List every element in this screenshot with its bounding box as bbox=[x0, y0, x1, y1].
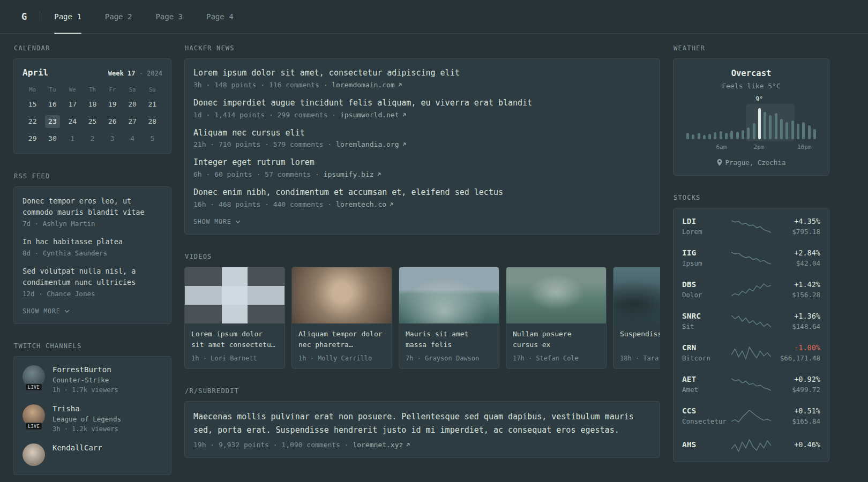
subreddit-post-domain-link[interactable]: loremnet.xyz bbox=[353, 441, 410, 449]
stock-name: Consectetur bbox=[682, 417, 731, 425]
weather-current-temp: 9° bbox=[755, 95, 763, 103]
stocks-card: LDILorem+4.35%$795.18IIGIpsum+2.84%$42.0… bbox=[673, 208, 829, 462]
hn-item-title[interactable]: Lorem ipsum dolor sit amet, consectetur … bbox=[193, 67, 651, 79]
stock-price: $42.04 bbox=[771, 259, 820, 267]
weather-bar bbox=[758, 108, 761, 139]
stock-price: $156.28 bbox=[771, 291, 820, 299]
calendar-day: 20 bbox=[125, 98, 140, 111]
hn-item-domain-link[interactable]: loremdomain.com bbox=[332, 81, 402, 89]
rss-show-more-button[interactable]: SHOW MORE bbox=[23, 307, 70, 315]
stock-row[interactable]: SNRCSit+1.36%$148.64 bbox=[682, 312, 820, 330]
stock-sparkline bbox=[731, 282, 771, 297]
tab-page-4[interactable]: Page 4 bbox=[206, 0, 234, 33]
video-meta: 17h · Stefan Cole bbox=[513, 355, 600, 362]
stock-row[interactable]: AETAmet+0.92%$499.72 bbox=[682, 375, 820, 394]
weather-time-labels: 6am 2pm 10pm bbox=[686, 144, 816, 151]
avatar: LIVE bbox=[23, 404, 45, 427]
rss-widget: RSS FEED Donec tempor eros leo, ut commo… bbox=[13, 172, 171, 324]
stock-row[interactable]: LDILorem+4.35%$795.18 bbox=[682, 217, 820, 236]
hn-item-meta: 1d · 1,414 points · 299 comments · ipsum… bbox=[193, 111, 651, 119]
stock-change: +0.92% bbox=[771, 375, 820, 383]
hn-item-meta: 3h · 148 points · 116 comments · loremdo… bbox=[193, 81, 651, 89]
external-link-icon bbox=[377, 172, 381, 177]
external-link-icon bbox=[402, 142, 407, 147]
video-card[interactable]: Nullam posuere cursus ex 17h · Stefan Co… bbox=[506, 267, 607, 369]
video-card[interactable]: Lorem ipsum dolor sit amet consectetu… 1… bbox=[184, 267, 285, 369]
tab-page-1[interactable]: Page 1 bbox=[54, 0, 81, 33]
calendar-day: 21 bbox=[145, 98, 160, 111]
hn-item: Donec imperdiet augue tincidunt felis al… bbox=[193, 97, 651, 119]
stock-ticker: CCS bbox=[682, 406, 731, 415]
hn-item-domain-link[interactable]: loremlandia.org bbox=[336, 140, 406, 148]
subreddit-card: Maecenas mollis pulvinar erat non posuer… bbox=[184, 401, 660, 458]
rss-card: Donec tempor eros leo, ut commodo mauris… bbox=[13, 186, 171, 324]
weather-time-label: 6am bbox=[716, 144, 727, 150]
hn-item-title[interactable]: Donec imperdiet augue tincidunt felis al… bbox=[193, 97, 651, 109]
twitch-channel-row[interactable]: LIVE ForrestBurton Counter-Strike 1h · 1… bbox=[23, 365, 162, 394]
weather-bar bbox=[742, 130, 744, 139]
videos-widget: VIDEOS Lorem ipsum dolor sit amet consec… bbox=[184, 253, 660, 369]
hn-item-title[interactable]: Integer eget rutrum lorem bbox=[193, 157, 651, 169]
tab-page-2[interactable]: Page 2 bbox=[105, 0, 132, 33]
hn-item-meta: 6h · 60 points · 57 comments · ipsumify.… bbox=[193, 170, 651, 178]
rss-item-title[interactable]: Donec tempor eros leo, ut commodo mauris… bbox=[23, 195, 162, 218]
videos-widget-header: VIDEOS bbox=[185, 253, 660, 260]
video-title: Lorem ipsum dolor sit amet consectetu… bbox=[191, 329, 278, 350]
video-meta: 7h · Grayson Dawson bbox=[406, 355, 492, 362]
stock-name: Sit bbox=[682, 322, 731, 330]
calendar-day: 19 bbox=[105, 98, 120, 111]
weather-bar bbox=[747, 127, 750, 139]
hn-show-more-button[interactable]: SHOW MORE bbox=[193, 218, 241, 225]
show-more-label: SHOW MORE bbox=[23, 307, 61, 315]
hn-item-stats: 21h · 710 points · 579 comments · bbox=[193, 140, 336, 148]
subreddit-post-stats: 19h · 9,932 points · 1,090 comments · bbox=[193, 441, 353, 449]
rss-widget-header: RSS FEED bbox=[14, 172, 171, 180]
video-card[interactable]: Suspendisse diam 18h · Tara bbox=[613, 267, 660, 369]
stock-row[interactable]: DBSDolor+1.42%$156.28 bbox=[682, 280, 820, 299]
video-card[interactable]: Aliquam tempor dolor nec pharetra… 1h · … bbox=[291, 267, 392, 369]
weather-bar bbox=[720, 131, 722, 139]
stock-row[interactable]: CCSConsectetur+0.51%$165.84 bbox=[682, 406, 820, 425]
twitch-channel-meta: 1h · 1.7k viewers bbox=[53, 386, 118, 394]
hn-item-domain-link[interactable]: loremtech.co bbox=[336, 200, 394, 208]
rss-item-title[interactable]: Sed volutpat nulla nisl, a condimentum n… bbox=[23, 266, 162, 288]
rss-item: In hac habitasse platea 8d · Cynthia Sau… bbox=[23, 236, 162, 257]
tab-page-3[interactable]: Page 3 bbox=[155, 0, 183, 33]
stock-ticker: CRN bbox=[682, 343, 731, 352]
twitch-channel-row[interactable]: LIVE Trisha League of Legends 3h · 1.2k … bbox=[23, 404, 162, 433]
stock-row[interactable]: CRNBitcorn-1.00%$66,171.48 bbox=[682, 343, 820, 362]
weather-bar bbox=[808, 125, 811, 139]
hn-item-title[interactable]: Donec enim nibh, condimentum et accumsan… bbox=[193, 187, 651, 199]
calendar-year: 2024 bbox=[147, 70, 162, 77]
subreddit-post-title[interactable]: Maecenas mollis pulvinar erat non posuer… bbox=[193, 410, 651, 437]
left-column: CALENDAR April Week 17 · 2024 Mo Tu We T… bbox=[13, 44, 171, 482]
weather-location: Prague, Czechia bbox=[683, 159, 819, 167]
stock-ticker: DBS bbox=[682, 280, 731, 289]
twitch-channel-meta: 3h · 1.2k viewers bbox=[53, 425, 121, 433]
video-card[interactable]: Mauris sit amet massa felis 7h · Grayson… bbox=[399, 267, 499, 369]
hn-item-domain-link[interactable]: ipsumify.biz bbox=[324, 170, 381, 178]
stock-row[interactable]: AHS+0.46% bbox=[682, 438, 820, 453]
rss-item-meta: 8d · Cynthia Saunders bbox=[23, 249, 162, 257]
hn-item-title[interactable]: Aliquam nec cursus elit bbox=[193, 127, 651, 139]
subreddit-widget: /R/SUBREDDIT Maecenas mollis pulvinar er… bbox=[184, 387, 660, 458]
topbar: G Page 1 Page 2 Page 3 Page 4 bbox=[0, 0, 868, 34]
chevron-down-icon bbox=[64, 310, 70, 313]
hn-item-domain-link[interactable]: ipsumworld.net bbox=[340, 111, 407, 119]
stock-change: +1.42% bbox=[771, 280, 820, 289]
calendar-day: 23 bbox=[45, 115, 60, 128]
hackernews-widget: HACKER NEWS Lorem ipsum dolor sit amet, … bbox=[184, 44, 660, 235]
stock-price: $148.64 bbox=[771, 322, 820, 330]
weekday-label: Th bbox=[83, 86, 102, 93]
live-badge: LIVE bbox=[25, 423, 42, 430]
app-logo[interactable]: G bbox=[21, 11, 40, 22]
calendar-day: 29 bbox=[25, 132, 40, 145]
calendar-dates: 1516171819202122232425262728293012345 bbox=[23, 98, 162, 145]
weather-location-label: Prague, Czechia bbox=[725, 159, 786, 167]
chevron-down-icon bbox=[235, 220, 241, 223]
video-thumbnail bbox=[506, 267, 606, 323]
twitch-channel-row[interactable]: KendallCarr bbox=[23, 443, 162, 466]
rss-item-title[interactable]: In hac habitasse platea bbox=[23, 236, 162, 247]
calendar-day: 3 bbox=[105, 132, 120, 145]
stock-row[interactable]: IIGIpsum+2.84%$42.04 bbox=[682, 248, 820, 267]
